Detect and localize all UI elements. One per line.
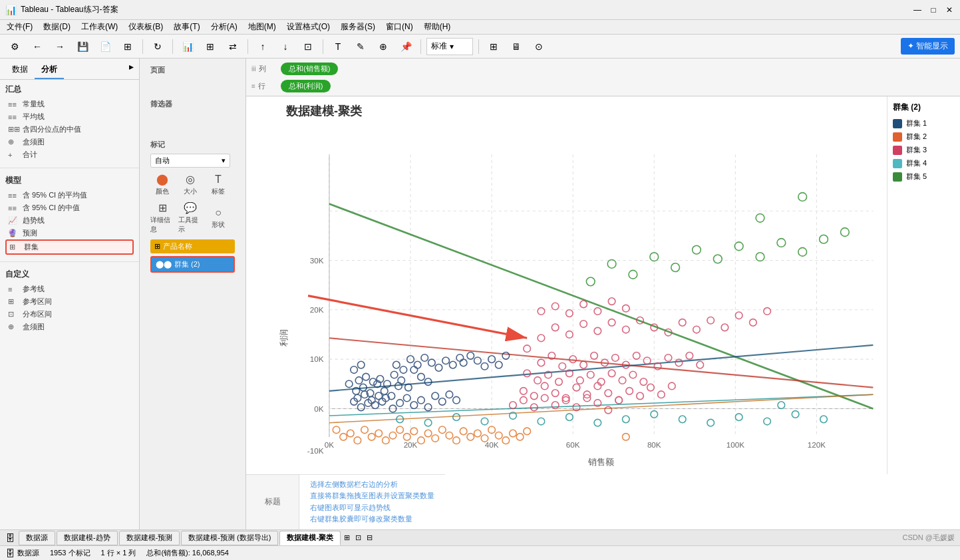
item-median-quartile[interactable]: ⊞⊞含四分位点的中值	[5, 123, 134, 136]
toolbar-new[interactable]: 📄	[96, 37, 114, 56]
toolbar-settings[interactable]: ⚙	[5, 37, 24, 56]
item-boxplot2[interactable]: ⊕盒须图	[5, 321, 134, 333]
close-button[interactable]: ✕	[944, 5, 955, 15]
menu-file[interactable]: 文件(F)	[3, 20, 37, 34]
legend-item-4[interactable]: 群集 4	[893, 158, 955, 168]
item-ci-median[interactable]: ≡≡含 95% CI 的中值	[5, 202, 134, 214]
menu-analysis[interactable]: 分析(A)	[207, 20, 241, 34]
item-ref-band[interactable]: ⊞参考区间	[5, 295, 134, 308]
toolbar-datasource[interactable]: ⊞	[118, 37, 137, 56]
item-boxplot1[interactable]: ⊕盒须图	[5, 136, 134, 148]
item-ref-line[interactable]: ≡参考线	[5, 283, 134, 295]
svg-point-111	[474, 430, 482, 437]
toolbar-back[interactable]: ←	[28, 37, 47, 56]
toolbar-sort-asc[interactable]: ↑	[253, 37, 272, 56]
col-pill[interactable]: 总和(销售额)	[281, 63, 338, 75]
item-constant-line[interactable]: ≡≡常量线	[5, 98, 134, 110]
item-ci-avg[interactable]: ≡≡含 95% CI 的平均值	[5, 189, 134, 202]
toolbar-label[interactable]: T	[329, 37, 347, 56]
tab-data[interactable]: 数据	[5, 61, 35, 79]
smart-display-button[interactable]: ✦ 智能显示	[901, 38, 955, 55]
row-pill[interactable]: 总和(利润)	[281, 80, 331, 92]
toolbar-fit[interactable]: ⊡	[299, 37, 317, 56]
marks-shape-btn[interactable]: ○ 形状	[206, 207, 230, 229]
svg-point-82	[397, 400, 404, 407]
viz-container: 数据建模-聚类	[246, 96, 887, 474]
marks-tooltip-btn[interactable]: 💬 工具提示	[178, 202, 202, 234]
toolbar-forward[interactable]: →	[51, 37, 69, 56]
cluster-field[interactable]: ⬤⬤ 群集 (2)	[150, 256, 235, 273]
marks-type-dropdown[interactable]: 自动 ▾	[150, 154, 230, 168]
product-name-field[interactable]: ⊞ 产品名称	[150, 239, 235, 253]
svg-point-142	[587, 371, 594, 378]
svg-point-134	[686, 352, 693, 360]
marks-panel: 自动 ▾ ⬤ 颜色 ◎ 大小 T 标签 ⊞	[145, 151, 240, 275]
toolbar-save[interactable]: 💾	[73, 37, 92, 56]
tab-cluster[interactable]: 数据建模-聚类	[279, 531, 341, 545]
svg-point-213	[792, 411, 799, 418]
svg-point-97	[375, 430, 383, 437]
toolbar-device[interactable]: 🖥	[507, 37, 526, 56]
boxplot1-icon: ⊕	[8, 138, 19, 146]
menu-server[interactable]: 服务器(S)	[337, 20, 379, 34]
toolbar-standard-dropdown[interactable]: 标准 ▾	[426, 38, 473, 55]
toolbar-annotate[interactable]: ✎	[351, 37, 370, 56]
legend-item-2[interactable]: 群集 2	[893, 132, 955, 142]
menu-worksheet[interactable]: 工作表(W)	[77, 20, 122, 34]
toolbar-pin[interactable]: 📌	[397, 37, 415, 56]
menu-format[interactable]: 设置格式(O)	[283, 20, 334, 34]
toolbar-swap[interactable]: ⇄	[224, 37, 242, 56]
item-average-line[interactable]: ≡≡平均线	[5, 110, 134, 123]
add-sheet-icon[interactable]: ⊞	[344, 533, 350, 542]
toolbar-refresh[interactable]: ↻	[148, 37, 167, 56]
divider-2	[0, 261, 139, 262]
svg-text:-10K: -10K	[307, 446, 324, 455]
svg-point-185	[693, 326, 701, 333]
menu-window[interactable]: 窗口(N)	[382, 20, 417, 34]
menu-dashboard[interactable]: 仪表板(B)	[124, 20, 167, 34]
marks-detail-btn[interactable]: ⊞ 详细信息	[150, 202, 174, 234]
minimize-button[interactable]: —	[912, 5, 923, 15]
svg-point-129	[633, 352, 640, 360]
item-cluster[interactable]: ⊞群集	[5, 239, 134, 255]
menu-story[interactable]: 故事(T)	[170, 20, 204, 34]
marks-color-btn[interactable]: ⬤ 颜色	[150, 173, 174, 196]
toolbar-sort-desc[interactable]: ↓	[276, 37, 295, 56]
toolbar-fix-size[interactable]: ⊞	[484, 37, 503, 56]
svg-point-59	[418, 373, 425, 380]
svg-point-120	[538, 359, 545, 366]
sheet-icon2[interactable]: ⊡	[355, 533, 361, 542]
toolbar-chart[interactable]: 📊	[178, 37, 197, 56]
toolbar-table[interactable]: ⊞	[201, 37, 220, 56]
center-panel: iii 列 总和(销售额) ≡ 行 总和(利润) 数据建模-聚类	[246, 59, 960, 529]
panel-toggle[interactable]: ▸	[129, 61, 134, 79]
legend-item-1[interactable]: 群集 1	[893, 118, 955, 128]
item-forecast[interactable]: 🔮预测	[5, 227, 134, 239]
svg-text:60K: 60K	[566, 440, 580, 449]
legend-item-3[interactable]: 群集 3	[893, 145, 955, 155]
item-total[interactable]: +合计	[5, 148, 134, 161]
menu-map[interactable]: 地图(M)	[244, 20, 280, 34]
tab-datasource[interactable]: 数据源	[19, 531, 55, 545]
marks-label-btn[interactable]: T 标签	[206, 174, 230, 196]
toolbar: ⚙ ← → 💾 📄 ⊞ ↻ 📊 ⊞ ⇄ ↑ ↓ ⊡ T ✎ ⊕ 📌 标准 ▾ ⊞…	[0, 35, 960, 59]
marks-size-btn[interactable]: ◎ 大小	[178, 173, 202, 196]
item-trend[interactable]: 📈趋势线	[5, 214, 134, 227]
item-dist-band[interactable]: ⊡分布区间	[5, 308, 134, 321]
sheet-icon3[interactable]: ⊟	[367, 533, 373, 542]
ci-median-icon: ≡≡	[8, 204, 19, 212]
tab-forecast[interactable]: 数据建模-预测	[119, 531, 180, 545]
toolbar-share[interactable]: ⊙	[530, 37, 548, 56]
svg-point-122	[559, 362, 566, 370]
menu-help[interactable]: 帮助(H)	[420, 20, 455, 34]
svg-point-195	[580, 301, 587, 308]
maximize-button[interactable]: □	[928, 5, 939, 15]
tab-forecast-export[interactable]: 数据建模-预测 (数据导出)	[181, 531, 278, 545]
legend-item-5[interactable]: 群集 5	[893, 172, 955, 182]
datasource-icon[interactable]: 🗄	[5, 533, 15, 543]
svg-point-146	[629, 371, 637, 378]
tab-analysis[interactable]: 分析	[35, 61, 64, 79]
tab-trend[interactable]: 数据建模-趋势	[57, 531, 118, 545]
toolbar-tooltip[interactable]: ⊕	[374, 37, 393, 56]
menu-data[interactable]: 数据(D)	[39, 20, 75, 34]
